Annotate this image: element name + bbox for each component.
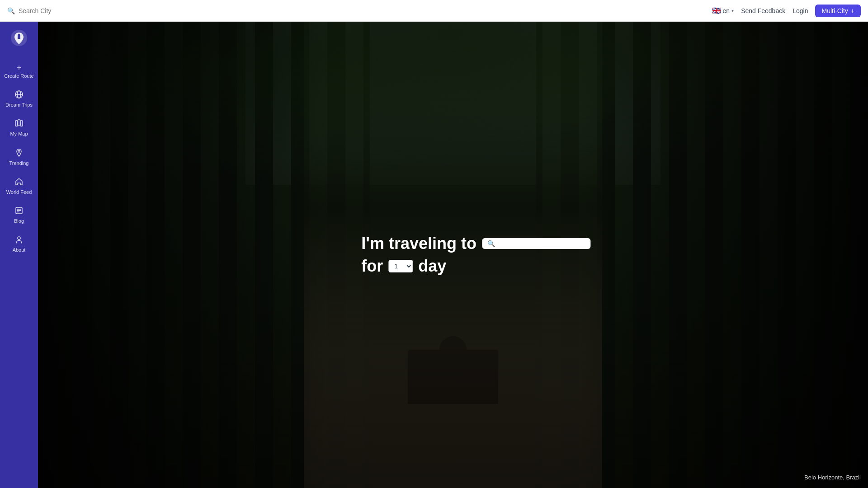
logo-area[interactable] — [10, 29, 28, 47]
header-right: 🇬🇧 en ▾ Send Feedback Login Multi-City + — [712, 5, 861, 17]
hero-text-row1: I'm traveling to 🔍 — [361, 234, 590, 253]
sidebar-item-label: My Map — [10, 131, 28, 137]
sidebar-item-my-map[interactable]: My Map — [0, 113, 38, 142]
hero-section: I'm traveling to 🔍 for 1 2 3 4 5 7 10 14 — [361, 234, 590, 276]
sidebar-item-create-route[interactable]: ＋ Create Route — [0, 58, 38, 84]
sidebar-item-about[interactable]: About — [0, 230, 38, 258]
city-destination-input[interactable] — [499, 240, 585, 247]
header: 🔍 🇬🇧 en ▾ Send Feedback Login Multi-City… — [0, 0, 868, 22]
header-search-wrapper: 🔍 — [7, 7, 712, 14]
plus-icon: ＋ — [15, 63, 23, 71]
svg-rect-5 — [15, 121, 18, 126]
sidebar-item-blog[interactable]: Blog — [0, 201, 38, 230]
plus-icon: + — [851, 7, 854, 14]
about-icon — [14, 235, 24, 245]
svg-rect-7 — [20, 121, 23, 126]
login-button[interactable]: Login — [793, 7, 808, 14]
globe-icon — [14, 90, 24, 100]
lang-code-label: en — [723, 7, 730, 14]
city-search-icon: 🔍 — [487, 240, 495, 247]
language-selector[interactable]: 🇬🇧 en ▾ — [712, 6, 734, 15]
for-label: for — [361, 257, 383, 276]
city-search-box: 🔍 — [482, 238, 590, 249]
sidebar-item-label: World Feed — [6, 189, 32, 195]
search-icon: 🔍 — [7, 7, 15, 14]
multi-city-button[interactable]: Multi-City + — [815, 5, 861, 17]
sidebar-item-label: Trending — [9, 160, 28, 166]
sidebar-item-dream-trips[interactable]: Dream Trips — [0, 84, 38, 113]
pin-icon — [14, 148, 24, 159]
traveling-to-label: I'm traveling to — [361, 234, 476, 253]
svg-point-13 — [18, 237, 20, 239]
sidebar: ＋ Create Route Dream Trips My — [0, 22, 38, 488]
lang-flag-icon: 🇬🇧 — [712, 6, 721, 15]
chevron-down-icon: ▾ — [731, 8, 734, 13]
hero-text-row2: for 1 2 3 4 5 7 10 14 21 30 day — [361, 257, 590, 276]
main-layout: ＋ Create Route Dream Trips My — [0, 22, 868, 488]
location-text: Belo Horizonte, Brazil — [804, 474, 861, 481]
search-city-input[interactable] — [19, 7, 109, 14]
svg-rect-1 — [18, 37, 20, 39]
days-selector[interactable]: 1 2 3 4 5 7 10 14 21 30 — [388, 260, 413, 272]
location-badge: Belo Horizonte, Brazil — [804, 474, 861, 481]
svg-rect-6 — [18, 120, 20, 125]
sidebar-item-label: About — [13, 247, 26, 253]
send-feedback-button[interactable]: Send Feedback — [741, 7, 785, 14]
multi-city-label: Multi-City — [821, 7, 848, 14]
day-label: day — [418, 257, 446, 276]
sidebar-item-trending[interactable]: Trending — [0, 143, 38, 172]
home-icon — [14, 177, 24, 188]
sidebar-item-label: Create Route — [4, 73, 33, 79]
sidebar-item-label: Blog — [14, 218, 24, 224]
blog-icon — [14, 206, 24, 216]
content-area: I'm traveling to 🔍 for 1 2 3 4 5 7 10 14 — [38, 22, 868, 488]
map-icon — [14, 119, 24, 129]
sidebar-item-world-feed[interactable]: World Feed — [0, 172, 38, 201]
sidebar-item-label: Dream Trips — [5, 102, 33, 108]
svg-point-8 — [18, 150, 20, 152]
